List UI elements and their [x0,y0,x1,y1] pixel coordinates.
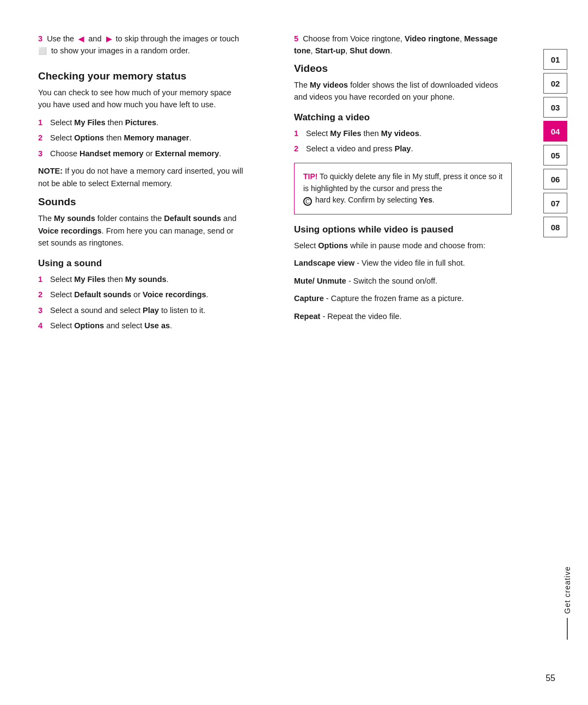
step-num-3: 3 [38,148,47,160]
intro-text1: Use the [47,34,74,43]
get-creative-section: Get creative [563,566,572,640]
sound-step-num-1: 1 [38,273,47,285]
note-text: If you do not have a memory card inserte… [38,167,243,187]
checking-step-2: 2 Select Options then Memory manager. [38,132,245,144]
sounds-body2: folder contains the [95,214,164,223]
chapter-05[interactable]: 05 [543,145,567,165]
checking-step-3: 3 Choose Handset memory or External memo… [38,148,245,160]
watching-heading: Watching a video [294,112,512,123]
sound-step-num-2: 2 [38,289,47,301]
get-creative-label: Get creative [563,566,572,614]
using-options-heading: Using options while video is paused [294,224,512,235]
step5-paragraph: 5 Choose from Voice ringtone, Video ring… [294,33,512,57]
videos-body: The My videos folder shows the list of d… [294,79,512,103]
sounds-default: Default sounds [164,214,221,223]
sound-step-num-4: 4 [38,320,47,332]
sound-step-2-text: Select Default sounds or Voice recording… [50,289,245,301]
option-mute: Mute/ Unmute - Switch the sound on/off. [294,275,512,287]
chapter-08[interactable]: 08 [543,217,567,237]
tip-box: TIP! To quickly delete any file in My st… [294,163,512,214]
chapter-04[interactable]: 04 [543,121,567,142]
checking-heading: Checking your memory status [38,70,245,82]
using-sound-steps-list: 1 Select My Files then My sounds. 2 Sele… [38,273,245,332]
get-creative-divider [567,618,568,640]
option-capture: Capture - Capture the frozen frame as a … [294,292,512,304]
using-options-body: Select Options while in pause mode and c… [294,240,512,252]
sound-step-num-3: 3 [38,304,47,316]
videos-body1: The [294,81,310,89]
step3-num: 3 [38,34,42,43]
left-arrow-icon: ◀ [78,34,84,45]
page-number: 55 [546,673,555,683]
note-label: NOTE: [38,167,63,175]
tip-yes: Yes [419,195,432,204]
using-sound-step-3: 3 Select a sound and select Play to list… [38,304,245,316]
intro-paragraph: 3 Use the ◀ and ▶ to skip through the im… [38,33,245,57]
step5-text: Choose from Voice ringtone, [303,34,405,43]
sounds-body: The My sounds folder contains the Defaul… [38,212,245,249]
using-sound-step-1: 1 Select My Files then My sounds. [38,273,245,285]
chapter-02[interactable]: 02 [543,73,567,94]
sounds-body3: and [221,214,236,223]
step5-num: 5 [294,34,298,43]
watch-step-1-text: Select My Files then My videos. [306,127,512,139]
right-column: 5 Choose from Voice ringtone, Video ring… [267,33,534,672]
step-num-2: 2 [38,132,47,144]
checking-steps-list: 1 Select My Files then Pictures. 2 Selec… [38,117,245,160]
step-1-text: Select My Files then Pictures. [50,117,245,128]
option-repeat: Repeat - Repeat the video file. [294,310,512,322]
tip-rest: hard key. Confirm by selecting [315,195,419,204]
watch-step-num-2: 2 [294,143,303,155]
intro-text3: to show your images in a random order. [51,46,190,55]
left-column: 3 Use the ◀ and ▶ to skip through the im… [0,33,267,672]
step-num-1: 1 [38,117,47,128]
right-arrow-icon: ▶ [106,34,112,45]
watch-step-2-text: Select a video and press Play. [306,143,512,155]
videos-my-videos: My videos [310,81,348,89]
chapter-07[interactable]: 07 [543,193,567,213]
tip-body: To quickly delete any file in My stuff, … [303,172,503,193]
watch-step-num-1: 1 [294,127,303,139]
sounds-heading: Sounds [38,196,245,208]
step-3-text: Choose Handset memory or External memory… [50,148,245,160]
tip-label: TIP! [303,172,317,181]
sounds-voice: Voice recordings [38,226,102,235]
videos-heading: Videos [294,63,512,75]
c-hard-key-icon: C [303,197,312,206]
checking-step-1: 1 Select My Files then Pictures. [38,117,245,128]
intro-and: and [88,34,101,43]
step5-bold: Video ringtone [405,34,460,43]
intro-text2: to skip through the images or touch [116,34,240,43]
chapter-01[interactable]: 01 [543,49,567,70]
using-sound-step-4: 4 Select Options and select Use as. [38,320,245,332]
watching-step-1: 1 Select My Files then My videos. [294,127,512,139]
using-sound-step-2: 2 Select Default sounds or Voice recordi… [38,289,245,301]
watching-step-2: 2 Select a video and press Play. [294,143,512,155]
options-list: Landscape view - View the video file in … [294,257,512,322]
step5-startup: Start-up [315,46,346,55]
chapter-06[interactable]: 06 [543,169,567,189]
watching-steps-list: 1 Select My Files then My videos. 2 Sele… [294,127,512,155]
sound-step-3-text: Select a sound and select Play to listen… [50,304,245,316]
step5-shutdown: Shut down [350,46,390,55]
sound-step-1-text: Select My Files then My sounds. [50,273,245,285]
using-sound-heading: Using a sound [38,258,245,269]
shuffle-icon: ⬜ [38,46,47,57]
option-landscape: Landscape view - View the video file in … [294,257,512,269]
checking-body: You can check to see how much of your me… [38,87,245,111]
step5-comma: , [311,46,315,55]
sounds-my-sounds: My sounds [54,214,95,223]
sounds-body1: The [38,214,54,223]
chapter-03[interactable]: 03 [543,97,567,118]
sound-step-4-text: Select Options and select Use as. [50,320,245,332]
note-paragraph: NOTE: If you do not have a memory card i… [38,165,245,189]
step-2-text: Select Options then Memory manager. [50,132,245,144]
